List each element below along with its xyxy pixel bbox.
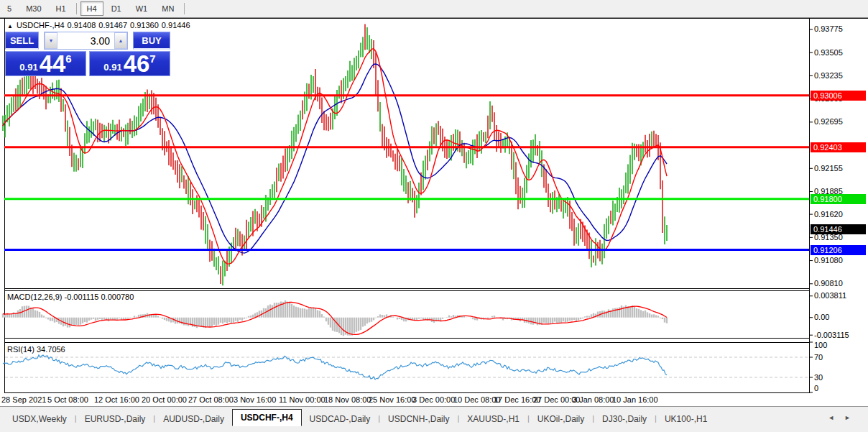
tab-xauusd-h1[interactable]: XAUUSD-,H1	[459, 413, 527, 426]
axis-label: 100	[814, 341, 827, 349]
time-axis-label: 20 Oct 00:00	[142, 395, 187, 404]
timeframe-button-mn[interactable]: MN	[155, 1, 180, 16]
ohlc-low: 0.91360	[130, 21, 159, 29]
toolbar-separator	[184, 3, 185, 14]
ohlc-close: 0.91446	[162, 21, 190, 29]
tab-eurusd-daily[interactable]: EURUSD-,Daily	[77, 413, 154, 426]
timeframe-button-d1[interactable]: D1	[105, 1, 128, 16]
price-level-label: 0.91800	[811, 194, 866, 204]
tab-uk100-h1[interactable]: UK100-,H1	[657, 413, 715, 426]
volume-input[interactable]	[57, 32, 114, 49]
tab-audusd-daily[interactable]: AUDUSD-,Daily	[155, 413, 232, 426]
volume-decrease-button[interactable]: ▼	[45, 32, 57, 49]
axis-label: 0.003811	[814, 291, 846, 300]
timeframe-button-w1[interactable]: W1	[129, 1, 154, 16]
sell-button[interactable]: SELL	[5, 32, 39, 50]
axis-label: 0.90810	[814, 279, 843, 288]
arrow-up-icon: ▲	[119, 38, 124, 43]
chart-header: ▲USDCHF-,H40.914080.914670.913600.91446	[7, 21, 193, 29]
axis-label: 0.93775	[814, 24, 843, 33]
axis-label: -0.003115	[814, 331, 849, 339]
sell-price-sup: 6	[65, 52, 71, 65]
time-axis-label: 11 Nov 00:00	[279, 395, 326, 404]
tab-scroll-right-icon[interactable]: ►	[844, 414, 861, 421]
time-axis-label: 28 Sep 2021	[1, 395, 46, 404]
axis-label: 0.92695	[814, 117, 843, 126]
buy-price-panel[interactable]: 0.91 46 7	[89, 51, 170, 76]
chart-tabs: USDX,Weekly|EURUSD-,Daily|AUDUSD-,DailyU…	[4, 410, 715, 426]
tab-usdcad-daily[interactable]: USDCAD-,Daily	[302, 413, 379, 426]
rsi-name: RSI(14)	[7, 345, 34, 354]
ohlc-open: 0.91408	[68, 21, 96, 29]
buy-price-big: 46	[124, 52, 150, 75]
price-level-label: 0.92403	[811, 142, 866, 152]
axis-label: 70	[814, 353, 823, 362]
arrow-down-icon: ▼	[49, 38, 54, 43]
buy-price-base: 0.91	[103, 62, 121, 73]
ohlc-high: 0.91467	[98, 21, 127, 29]
sell-price-base: 0.91	[19, 62, 37, 73]
rsi-value: 34.7056	[37, 345, 65, 354]
time-axis-label: 3 Dec 00:00	[412, 395, 455, 404]
time-axis-label: 3 Nov 16:00	[234, 395, 276, 404]
price-level-label: 0.91206	[811, 245, 866, 255]
timeframe-button-h4[interactable]: H4	[80, 1, 103, 16]
tab-usdx-weekly[interactable]: USDX,Weekly	[4, 413, 75, 426]
macd-value1: -0.001115	[64, 293, 98, 301]
axis-label: 0.91620	[814, 210, 843, 219]
buy-price-sup: 7	[149, 52, 155, 65]
volume-stepper: ▼ ▲	[44, 32, 128, 50]
axis-label: 0.93505	[814, 48, 843, 57]
axis-label: 30	[814, 373, 823, 382]
time-axis-label: 27 Oct 08:00	[188, 395, 234, 404]
time-axis-label: 25 Nov 16:00	[369, 395, 415, 404]
axis-label: 0.92155	[814, 164, 843, 173]
one-click-trading-widget: SELL ▼ ▲ BUY 0.91 44 6 0.91 46 7	[5, 32, 170, 76]
axis-label: 0	[814, 384, 818, 392]
price-level-label: 0.91446	[811, 224, 866, 234]
price-level-label: 0.93006	[811, 91, 866, 101]
sell-price-big: 44	[40, 52, 66, 75]
time-axis-label: 5 Oct 08:00	[47, 395, 88, 404]
chart-symbol-period: USDCHF-,H4	[17, 21, 65, 29]
axis-label: 0.00	[814, 313, 829, 321]
timeframe-toolbar: 5M30H1H4D1W1MN	[0, 0, 868, 18]
axis-label: 0.91080	[814, 256, 843, 265]
collapse-triangle-icon[interactable]: ▲	[7, 23, 13, 29]
timeframe-button-5[interactable]: 5	[1, 1, 18, 16]
toolbar-separator	[76, 3, 77, 14]
sell-price-panel[interactable]: 0.91 44 6	[5, 51, 86, 76]
macd-name: MACD(12,26,9)	[7, 293, 62, 301]
macd-pane-label: MACD(12,26,9) -0.001115 0.000780	[7, 293, 134, 301]
macd-value2: 0.000780	[101, 293, 134, 301]
tab-usdcnh-daily[interactable]: USDCNH-,Daily	[380, 413, 457, 426]
tab-usdchf-h4[interactable]: USDCHF-,H4	[232, 409, 302, 426]
tab-ukoil-daily[interactable]: UKOil-,Daily	[530, 413, 592, 426]
tab-scroll-left-icon[interactable]: ◄	[828, 414, 844, 421]
timeframe-button-m30[interactable]: M30	[19, 1, 47, 16]
tab-dj30-daily[interactable]: DJ30-,Daily	[594, 413, 655, 426]
time-axis-label: 18 Nov 08:00	[324, 395, 371, 404]
volume-increase-button[interactable]: ▲	[114, 32, 127, 49]
chart-tab-bar: USDX,Weekly|EURUSD-,Daily|AUDUSD-,DailyU…	[0, 406, 868, 432]
timeframe-button-h1[interactable]: H1	[50, 1, 73, 16]
time-axis-label: 10 Jan 16:00	[612, 395, 658, 404]
buy-button[interactable]: BUY	[133, 32, 170, 50]
axis-label: 0.93235	[814, 71, 843, 80]
trading-terminal-window: 5M30H1H4D1W1MN ▲USDCHF-,H40.914080.91467…	[0, 0, 868, 432]
time-axis-label: 3 Jan 08:00	[573, 395, 614, 404]
rsi-pane-label: RSI(14) 34.7056	[7, 345, 65, 354]
time-axis-label: 12 Oct 16:00	[94, 395, 139, 404]
